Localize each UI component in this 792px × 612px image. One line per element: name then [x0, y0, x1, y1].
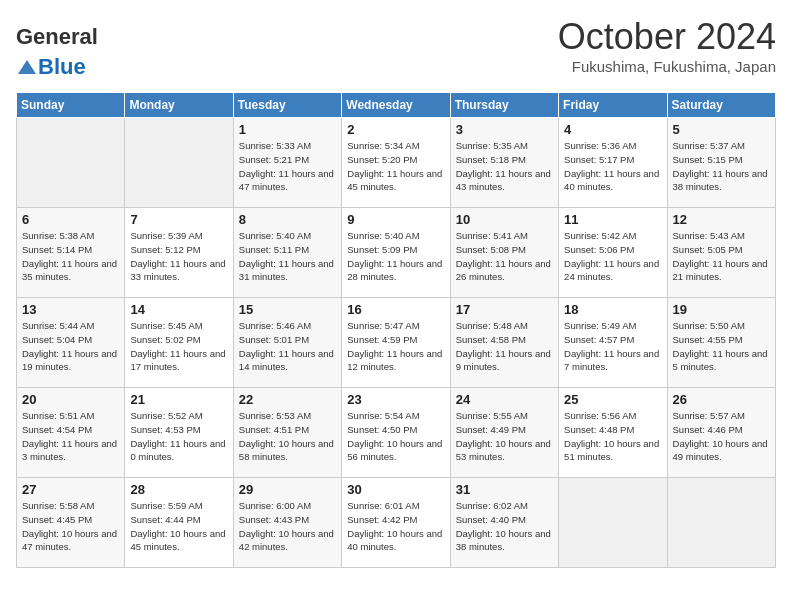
day-info: Sunrise: 5:47 AMSunset: 4:59 PMDaylight:…: [347, 319, 444, 374]
calendar-cell: 4Sunrise: 5:36 AMSunset: 5:17 PMDaylight…: [559, 118, 667, 208]
day-number: 16: [347, 302, 444, 317]
day-info: Sunrise: 5:53 AMSunset: 4:51 PMDaylight:…: [239, 409, 336, 464]
day-number: 22: [239, 392, 336, 407]
day-info: Sunrise: 5:48 AMSunset: 4:58 PMDaylight:…: [456, 319, 553, 374]
calendar-cell: 19Sunrise: 5:50 AMSunset: 4:55 PMDayligh…: [667, 298, 775, 388]
calendar-cell: 28Sunrise: 5:59 AMSunset: 4:44 PMDayligh…: [125, 478, 233, 568]
day-info: Sunrise: 5:51 AMSunset: 4:54 PMDaylight:…: [22, 409, 119, 464]
day-info: Sunrise: 5:43 AMSunset: 5:05 PMDaylight:…: [673, 229, 770, 284]
day-info: Sunrise: 5:36 AMSunset: 5:17 PMDaylight:…: [564, 139, 661, 194]
calendar-cell: 27Sunrise: 5:58 AMSunset: 4:45 PMDayligh…: [17, 478, 125, 568]
day-number: 6: [22, 212, 119, 227]
day-number: 10: [456, 212, 553, 227]
day-info: Sunrise: 6:00 AMSunset: 4:43 PMDaylight:…: [239, 499, 336, 554]
calendar-table: SundayMondayTuesdayWednesdayThursdayFrid…: [16, 92, 776, 568]
day-number: 21: [130, 392, 227, 407]
location: Fukushima, Fukushima, Japan: [558, 58, 776, 75]
page-header: General Blue October 2024 Fukushima, Fuk…: [16, 16, 776, 80]
month-title: October 2024: [558, 16, 776, 58]
day-number: 20: [22, 392, 119, 407]
day-info: Sunrise: 5:39 AMSunset: 5:12 PMDaylight:…: [130, 229, 227, 284]
day-info: Sunrise: 5:56 AMSunset: 4:48 PMDaylight:…: [564, 409, 661, 464]
day-info: Sunrise: 5:40 AMSunset: 5:09 PMDaylight:…: [347, 229, 444, 284]
logo-icon: [18, 60, 36, 74]
day-number: 15: [239, 302, 336, 317]
day-number: 8: [239, 212, 336, 227]
day-number: 27: [22, 482, 119, 497]
calendar-cell: 18Sunrise: 5:49 AMSunset: 4:57 PMDayligh…: [559, 298, 667, 388]
day-number: 13: [22, 302, 119, 317]
header-day-tuesday: Tuesday: [233, 93, 341, 118]
day-info: Sunrise: 5:58 AMSunset: 4:45 PMDaylight:…: [22, 499, 119, 554]
week-row-5: 27Sunrise: 5:58 AMSunset: 4:45 PMDayligh…: [17, 478, 776, 568]
header-day-thursday: Thursday: [450, 93, 558, 118]
calendar-cell: [667, 478, 775, 568]
week-row-2: 6Sunrise: 5:38 AMSunset: 5:14 PMDaylight…: [17, 208, 776, 298]
day-number: 7: [130, 212, 227, 227]
day-number: 1: [239, 122, 336, 137]
calendar-cell: 5Sunrise: 5:37 AMSunset: 5:15 PMDaylight…: [667, 118, 775, 208]
calendar-cell: 25Sunrise: 5:56 AMSunset: 4:48 PMDayligh…: [559, 388, 667, 478]
day-info: Sunrise: 5:38 AMSunset: 5:14 PMDaylight:…: [22, 229, 119, 284]
day-info: Sunrise: 5:49 AMSunset: 4:57 PMDaylight:…: [564, 319, 661, 374]
day-number: 31: [456, 482, 553, 497]
calendar-cell: 22Sunrise: 5:53 AMSunset: 4:51 PMDayligh…: [233, 388, 341, 478]
calendar-cell: 17Sunrise: 5:48 AMSunset: 4:58 PMDayligh…: [450, 298, 558, 388]
logo-blue-text: Blue: [38, 54, 86, 80]
day-info: Sunrise: 5:42 AMSunset: 5:06 PMDaylight:…: [564, 229, 661, 284]
calendar-cell: 16Sunrise: 5:47 AMSunset: 4:59 PMDayligh…: [342, 298, 450, 388]
day-number: 4: [564, 122, 661, 137]
day-info: Sunrise: 5:35 AMSunset: 5:18 PMDaylight:…: [456, 139, 553, 194]
day-number: 29: [239, 482, 336, 497]
calendar-cell: 10Sunrise: 5:41 AMSunset: 5:08 PMDayligh…: [450, 208, 558, 298]
day-info: Sunrise: 5:57 AMSunset: 4:46 PMDaylight:…: [673, 409, 770, 464]
header-day-monday: Monday: [125, 93, 233, 118]
calendar-cell: 15Sunrise: 5:46 AMSunset: 5:01 PMDayligh…: [233, 298, 341, 388]
day-number: 17: [456, 302, 553, 317]
calendar-cell: 21Sunrise: 5:52 AMSunset: 4:53 PMDayligh…: [125, 388, 233, 478]
day-number: 5: [673, 122, 770, 137]
calendar-cell: 20Sunrise: 5:51 AMSunset: 4:54 PMDayligh…: [17, 388, 125, 478]
day-number: 12: [673, 212, 770, 227]
calendar-cell: 24Sunrise: 5:55 AMSunset: 4:49 PMDayligh…: [450, 388, 558, 478]
svg-marker-1: [18, 60, 36, 74]
calendar-cell: [17, 118, 125, 208]
day-number: 2: [347, 122, 444, 137]
calendar-cell: [559, 478, 667, 568]
header-day-saturday: Saturday: [667, 93, 775, 118]
day-info: Sunrise: 5:40 AMSunset: 5:11 PMDaylight:…: [239, 229, 336, 284]
header-row: SundayMondayTuesdayWednesdayThursdayFrid…: [17, 93, 776, 118]
day-number: 11: [564, 212, 661, 227]
day-info: Sunrise: 5:46 AMSunset: 5:01 PMDaylight:…: [239, 319, 336, 374]
calendar-cell: 23Sunrise: 5:54 AMSunset: 4:50 PMDayligh…: [342, 388, 450, 478]
week-row-1: 1Sunrise: 5:33 AMSunset: 5:21 PMDaylight…: [17, 118, 776, 208]
day-info: Sunrise: 5:45 AMSunset: 5:02 PMDaylight:…: [130, 319, 227, 374]
header-day-wednesday: Wednesday: [342, 93, 450, 118]
day-info: Sunrise: 5:55 AMSunset: 4:49 PMDaylight:…: [456, 409, 553, 464]
day-number: 24: [456, 392, 553, 407]
day-number: 3: [456, 122, 553, 137]
day-number: 23: [347, 392, 444, 407]
day-info: Sunrise: 5:52 AMSunset: 4:53 PMDaylight:…: [130, 409, 227, 464]
calendar-cell: 30Sunrise: 6:01 AMSunset: 4:42 PMDayligh…: [342, 478, 450, 568]
header-day-friday: Friday: [559, 93, 667, 118]
day-info: Sunrise: 5:41 AMSunset: 5:08 PMDaylight:…: [456, 229, 553, 284]
calendar-cell: 7Sunrise: 5:39 AMSunset: 5:12 PMDaylight…: [125, 208, 233, 298]
calendar-cell: 6Sunrise: 5:38 AMSunset: 5:14 PMDaylight…: [17, 208, 125, 298]
day-number: 26: [673, 392, 770, 407]
title-block: October 2024 Fukushima, Fukushima, Japan: [558, 16, 776, 75]
day-info: Sunrise: 5:54 AMSunset: 4:50 PMDaylight:…: [347, 409, 444, 464]
calendar-cell: 31Sunrise: 6:02 AMSunset: 4:40 PMDayligh…: [450, 478, 558, 568]
calendar-cell: 2Sunrise: 5:34 AMSunset: 5:20 PMDaylight…: [342, 118, 450, 208]
week-row-3: 13Sunrise: 5:44 AMSunset: 5:04 PMDayligh…: [17, 298, 776, 388]
calendar-cell: 26Sunrise: 5:57 AMSunset: 4:46 PMDayligh…: [667, 388, 775, 478]
day-number: 19: [673, 302, 770, 317]
week-row-4: 20Sunrise: 5:51 AMSunset: 4:54 PMDayligh…: [17, 388, 776, 478]
day-number: 25: [564, 392, 661, 407]
day-info: Sunrise: 5:33 AMSunset: 5:21 PMDaylight:…: [239, 139, 336, 194]
calendar-cell: 1Sunrise: 5:33 AMSunset: 5:21 PMDaylight…: [233, 118, 341, 208]
day-info: Sunrise: 5:37 AMSunset: 5:15 PMDaylight:…: [673, 139, 770, 194]
calendar-cell: 3Sunrise: 5:35 AMSunset: 5:18 PMDaylight…: [450, 118, 558, 208]
logo: General Blue: [16, 16, 106, 80]
header-day-sunday: Sunday: [17, 93, 125, 118]
